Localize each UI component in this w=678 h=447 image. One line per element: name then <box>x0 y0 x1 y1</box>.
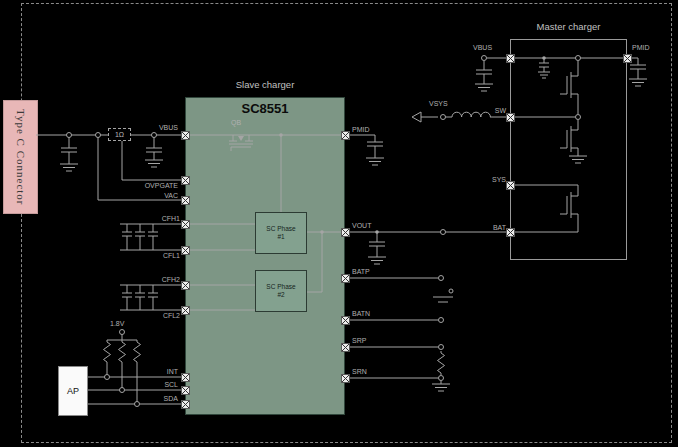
pin-label-vout: VOUT <box>352 222 371 230</box>
type-c-connector-label: Type C Connector <box>15 109 27 206</box>
pin-label-vbus: VBUS <box>128 124 178 132</box>
pin-label-srn: SRN <box>352 368 367 376</box>
pin-slave-srp <box>341 343 350 352</box>
pin-slave-srn <box>341 374 350 383</box>
pin-slave-sda <box>181 400 190 409</box>
pin-label-scl: SCL <box>128 381 178 389</box>
master-charger-title: Master charger <box>510 21 627 32</box>
pin-slave-cfl1 <box>181 246 190 255</box>
sc-phase2-number: #2 <box>277 291 284 299</box>
pin-master-vbus <box>506 54 515 63</box>
series-resistor-value: 1Ω <box>115 131 124 138</box>
pin-master-pmid <box>623 54 632 63</box>
pin-label-master-sys: SYS <box>476 176 506 184</box>
pin-slave-vbus <box>181 131 190 140</box>
ap-block: AP <box>58 366 88 416</box>
pin-master-bat <box>506 228 515 237</box>
qb-label: QB <box>231 119 241 127</box>
pin-label-int: INT <box>128 368 178 376</box>
pin-label-sda: SDA <box>128 395 178 403</box>
slave-charger-title: Slave charger <box>185 79 345 90</box>
pin-label-vac: VAC <box>128 192 178 200</box>
chip-name: SC8551 <box>185 101 345 116</box>
pin-slave-cfl2 <box>181 306 190 315</box>
pin-label-master-vbus: VBUS <box>473 44 492 52</box>
pin-label-srp: SRP <box>352 337 366 345</box>
sc-phase2-block: SC Phase #2 <box>255 270 307 312</box>
pin-label-cfh2: CFH2 <box>130 276 180 284</box>
pin-label-pmid: PMID <box>352 126 370 134</box>
ap-label: AP <box>67 386 79 396</box>
schematic-canvas: Type C Connector SC Phase #1 SC Phase #2… <box>0 0 678 447</box>
pin-label-cfl2: CFL2 <box>130 312 180 320</box>
vsys-label: VSYS <box>429 100 448 108</box>
pin-slave-scl <box>181 386 190 395</box>
pin-slave-vout <box>341 228 350 237</box>
pin-master-sys <box>506 181 515 190</box>
pin-label-cfh1: CFH1 <box>130 215 180 223</box>
pin-slave-int <box>181 373 190 382</box>
pin-slave-batp <box>341 274 350 283</box>
slave-chip-body <box>185 97 345 415</box>
pin-slave-cfh2 <box>181 281 190 290</box>
pin-slave-pmid <box>341 131 350 140</box>
sc-phase1-label: SC Phase <box>266 225 295 233</box>
master-charger-box <box>510 39 627 260</box>
pin-label-ovpgate: OVPGATE <box>128 182 178 190</box>
pin-slave-batn <box>341 316 350 325</box>
pin-master-sw <box>506 113 515 122</box>
pin-label-batp: BATP <box>352 268 370 276</box>
sc-phase2-label: SC Phase <box>266 283 295 291</box>
pin-label-master-pmid: PMID <box>632 44 650 52</box>
sc-phase1-number: #1 <box>277 233 284 241</box>
pin-slave-vac <box>181 196 190 205</box>
type-c-connector-box: Type C Connector <box>3 100 38 214</box>
pullup-rail-label: 1.8V <box>110 320 124 328</box>
pin-label-cfl1: CFL1 <box>130 252 180 260</box>
pin-label-master-bat: BAT <box>476 224 506 232</box>
pin-label-master-sw: SW <box>476 107 506 115</box>
pin-slave-cfh1 <box>181 220 190 229</box>
pin-label-batn: BATN <box>352 310 370 318</box>
sc-phase1-block: SC Phase #1 <box>255 212 307 254</box>
pin-slave-ovpgate <box>181 176 190 185</box>
